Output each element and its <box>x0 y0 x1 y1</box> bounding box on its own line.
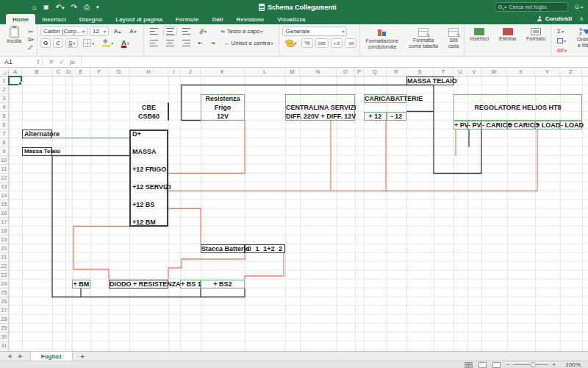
col-header-K[interactable]: K <box>201 68 245 76</box>
col-header-G[interactable]: G <box>109 68 129 76</box>
fill-color-button[interactable]: ▾ <box>99 38 116 48</box>
zoom-slider[interactable] <box>513 364 548 365</box>
format-painter-icon[interactable]: 🖉 <box>28 44 34 52</box>
diagram-box-alternatore[interactable]: Alternatore <box>22 130 52 138</box>
formula-input[interactable] <box>82 57 588 67</box>
insert-cells-button[interactable]: Inserisci <box>467 27 491 43</box>
diagram-box-diodo-resistenza[interactable]: DIODO + RESISTENZA <box>109 280 168 289</box>
fill-button[interactable]: ▾ <box>554 36 569 45</box>
row-header-27[interactable]: 27 <box>0 306 8 315</box>
tab-disegno[interactable]: Disegno <box>73 14 110 24</box>
col-header-X[interactable]: X <box>507 68 535 76</box>
confirm-entry-icon[interactable]: ✓ <box>60 58 65 66</box>
wrap-text-button[interactable]: ⇋ Testo a capo▾ <box>218 26 266 36</box>
col-header-H[interactable]: H <box>129 68 168 76</box>
save-icon[interactable]: ▣ <box>43 4 49 10</box>
font-size-select[interactable]: 12▾ <box>90 26 109 36</box>
decrease-decimal-button[interactable]: .00 <box>345 38 356 48</box>
underline-button[interactable]: S▾ <box>65 38 78 48</box>
column-headers[interactable]: ABCDEFGHIJKLMNOPQRSTUVWXYZ <box>0 68 588 77</box>
row-header-7[interactable]: 7 <box>0 130 8 138</box>
align-bottom-button[interactable] <box>179 26 193 36</box>
orientation-button[interactable]: ab▾ <box>196 26 210 36</box>
row-header-2[interactable]: 2 <box>0 85 8 94</box>
row-header-9[interactable]: 9 <box>0 147 8 156</box>
increase-decimal-button[interactable]: +.0 <box>331 38 343 48</box>
diagram-box-reg-minus-load[interactable]: - LOAD <box>560 121 582 130</box>
col-header-M[interactable]: M <box>285 68 300 76</box>
row-header-29[interactable]: 29 <box>0 324 8 333</box>
row-header-11[interactable]: 11 <box>0 165 8 174</box>
copy-icon[interactable]: ⧉▾ <box>28 36 34 43</box>
align-right-button[interactable] <box>179 38 193 48</box>
row-header-13[interactable]: 13 <box>0 183 8 191</box>
tab-layout-di-pagina[interactable]: Layout di pagina <box>109 14 169 24</box>
diagram-box-stacca-positions[interactable]: 011+22 <box>245 244 285 253</box>
diagram-box-cbe-label[interactable]: CBECSB60 <box>129 103 168 121</box>
row-header-26[interactable]: 26 <box>0 297 8 306</box>
customize-qat-icon[interactable]: ▾ <box>96 4 99 10</box>
col-header-F[interactable]: F <box>90 68 109 76</box>
sort-filter-button[interactable]: AZ Ordinae filtra <box>575 26 588 49</box>
shrink-font-button[interactable]: A▼ <box>126 26 140 36</box>
diagram-box-plus-bs1[interactable]: + BS 1 <box>180 280 201 289</box>
col-header-N[interactable]: N <box>300 68 337 76</box>
cell-styles-button[interactable]: Stilicella <box>446 27 461 50</box>
sheet-tab-foglio1[interactable]: Foglio1 <box>30 352 73 361</box>
thousands-format-button[interactable]: 000 <box>315 38 329 48</box>
diagram-box-regolatore[interactable]: REGOLATORE HELIOS HT8 <box>453 94 582 121</box>
clear-button[interactable]: ▾ <box>554 46 570 54</box>
col-header-S[interactable]: S <box>406 68 434 76</box>
diagram-box-reg-plus-pv[interactable]: + PV <box>453 121 467 130</box>
zoom-in-icon[interactable]: + <box>552 361 556 368</box>
name-box-stepper[interactable]: ▲▼ <box>37 59 40 65</box>
row-header-15[interactable]: 15 <box>0 200 8 209</box>
delete-cells-button[interactable]: Elimina <box>497 27 518 43</box>
row-headers[interactable]: 1234567891011121314151617181920212223242… <box>0 77 9 352</box>
row-header-4[interactable]: 4 <box>0 103 8 112</box>
increase-indent-button[interactable]: ⇥ <box>207 38 218 48</box>
cancel-entry-icon[interactable]: ✕ <box>49 58 54 66</box>
align-top-button[interactable] <box>147 26 161 36</box>
sheet-grid[interactable]: ABCDEFGHIJKLMNOPQRSTUVWXYZ12345678910111… <box>0 68 588 351</box>
currency-format-button[interactable]: ▾ <box>282 38 299 48</box>
row-header-19[interactable]: 19 <box>0 236 8 244</box>
bold-button[interactable]: G <box>40 38 51 48</box>
col-header-V[interactable]: V <box>467 68 481 76</box>
diagram-box-reg-minus-carico[interactable]: - CARICO <box>481 121 507 130</box>
share-button[interactable]: Condividi <box>537 15 572 22</box>
col-header-E[interactable]: E <box>72 68 90 76</box>
format-cells-button[interactable]: Formato <box>524 27 548 43</box>
col-header-P[interactable]: P <box>355 68 364 76</box>
diagram-box-caricabatterie[interactable]: CARICABATTERIE <box>364 94 406 103</box>
row-header-30[interactable]: 30 <box>0 333 8 342</box>
tab-inserisci[interactable]: Inserisci <box>35 14 72 24</box>
diagram-box-plus-bs2[interactable]: + BS2 <box>201 280 245 289</box>
col-header-T[interactable]: T <box>434 68 453 76</box>
col-header-B[interactable]: B <box>22 68 52 76</box>
page-layout-view-icon[interactable] <box>478 362 487 368</box>
zoom-out-icon[interactable]: − <box>506 361 510 368</box>
diagram-box-massa-telaio-top[interactable]: MASSA TELAIO <box>406 77 453 85</box>
col-header-I[interactable]: I <box>168 68 180 76</box>
diagram-box-centralina-servizi[interactable]: CENTRALINA SERVIZIDIFF. 220V + DIFF. 12V <box>285 94 355 121</box>
number-format-select[interactable]: Generale▾ <box>282 26 347 36</box>
font-color-button[interactable]: A▾ <box>118 38 132 48</box>
row-header-28[interactable]: 28 <box>0 315 8 324</box>
insert-function-icon[interactable]: fx <box>70 58 75 66</box>
percent-format-button[interactable]: % <box>301 38 312 48</box>
tab-formule[interactable]: Formule <box>169 14 206 24</box>
row-header-21[interactable]: 21 <box>0 253 8 262</box>
row-header-23[interactable]: 23 <box>0 271 8 280</box>
col-header-A[interactable]: A <box>9 68 22 76</box>
row-header-5[interactable]: 5 <box>0 112 8 121</box>
diagram-box-reg-minus-pv[interactable]: - PV <box>467 121 481 130</box>
diagram-box-reg-plus-load[interactable]: + LOAD <box>535 121 560 130</box>
col-header-W[interactable]: W <box>481 68 507 76</box>
name-box[interactable]: A1 ▲▼ <box>0 57 43 67</box>
diagram-box-stacca-batterie[interactable]: Stacca Batterie <box>201 244 245 253</box>
diagram-box-caricabatterie-plus12[interactable]: + 12 <box>364 112 387 121</box>
col-header-J[interactable]: J <box>180 68 201 76</box>
row-header-8[interactable]: 8 <box>0 138 8 147</box>
row-header-24[interactable]: 24 <box>0 280 8 289</box>
